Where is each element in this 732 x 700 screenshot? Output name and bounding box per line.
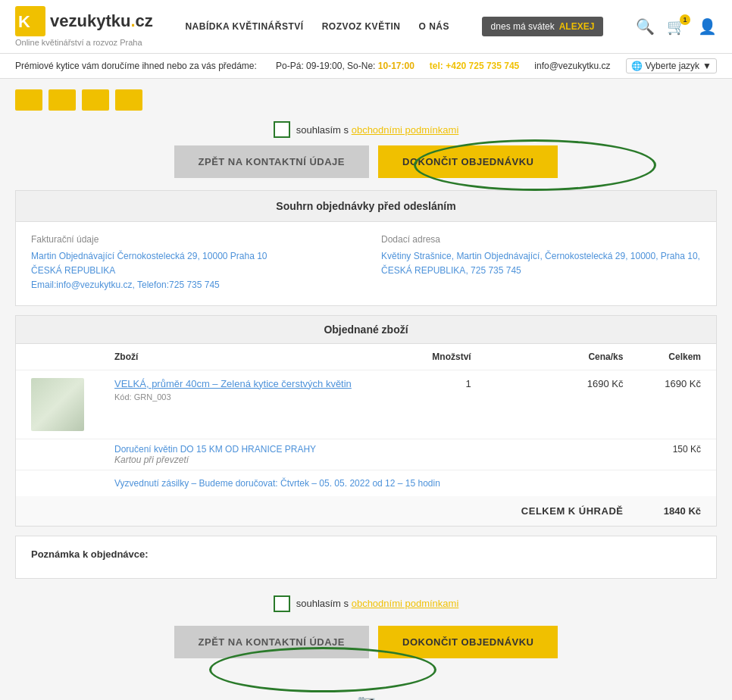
table-header-row: Zboží Množství Cena/ks Celkem (16, 344, 716, 370)
footer-instagram: 📷 (15, 686, 717, 700)
bottom-terms-checkbox[interactable] (274, 595, 290, 612)
summary-section: Souhrn objednávky před odesláním Faktura… (15, 190, 717, 306)
top-terms-label: souhlasím s obchodními podmínkami (296, 124, 459, 136)
product-price-ks-cell: 1690 Kč (486, 370, 639, 439)
billing-col: Fakturační údaje Martin Objednávající Če… (31, 234, 351, 293)
notes-section: Poznámka k objednávce: (15, 536, 717, 579)
total-label-cell: CELKEM K ÚHRADĚ (486, 496, 639, 526)
top-checkbox-row: souhlasím s obchodními podmínkami (15, 121, 717, 138)
delivery-date-text: Vyzvednutí zásilky – Budeme doručovat: Č… (114, 478, 701, 489)
product-image-cell (16, 370, 99, 439)
product-quantity-cell: 1 (407, 370, 486, 439)
col-mnozstvi-header: Množství (407, 344, 486, 370)
total-empty-2 (99, 496, 407, 526)
svaetek-name: ALEXEJ (559, 21, 595, 32)
cart-icon[interactable]: 🛒 1 (667, 17, 686, 36)
top-terms-checkbox[interactable] (274, 121, 290, 138)
product-link[interactable]: VELKÁ, průměr 40cm – Zelená kytice čerst… (114, 378, 352, 389)
address-row: Fakturační údaje Martin Objednávající Če… (31, 234, 701, 293)
logo-icon: K (15, 6, 45, 36)
strip-btn-2[interactable] (48, 89, 76, 111)
infobar-hours: Po-Pá: 09-19:00, So-Ne: 10-17:00 (276, 61, 414, 71)
delivery-name: Doručení květin DO 15 KM OD HRANICE PRAH… (114, 444, 392, 455)
table-row: VELKÁ, průměr 40cm – Zelená kytice čerst… (16, 370, 716, 439)
col-zbozi-header: Zboží (99, 344, 407, 370)
items-table: Zboží Množství Cena/ks Celkem VELKÁ, prů… (16, 344, 716, 526)
product-info-cell: VELKÁ, průměr 40cm – Zelená kytice čerst… (99, 370, 407, 439)
lang-selector[interactable]: 🌐 Vyberte jazyk ▼ (626, 58, 717, 73)
summary-title: Souhrn objednávky před odesláním (16, 191, 716, 222)
info-bar: Prémiové kytice vám doručíme ihned nebo … (0, 54, 732, 79)
bottom-terms-label: souhlasím s obchodními podmínkami (296, 598, 459, 609)
total-empty-1 (16, 496, 99, 526)
logo-main: K vezukytku.cz (15, 6, 153, 36)
notes-label: Poznámka k objednávce: (31, 548, 701, 560)
delivery-date-cell: Vyzvednutí zásilky – Budeme doručovat: Č… (99, 470, 716, 496)
infobar-tel: tel: +420 725 735 745 (430, 61, 519, 71)
infobar-promo: Prémiové kytice vám doručíme ihned nebo … (15, 61, 257, 71)
delivery-col: Dodací adresa Květiny Strašnice, Martin … (381, 234, 701, 293)
summary-body: Fakturační údaje Martin Objednávající Če… (16, 222, 716, 305)
delivery-text: Květiny Strašnice, Martin Objednávající,… (381, 249, 701, 278)
search-icon[interactable]: 🔍 (636, 17, 655, 36)
items-title: Objednané zboží (16, 316, 716, 344)
strip-btn-3[interactable] (82, 89, 109, 111)
delivery-row: Doručení květin DO 15 KM OD HRANICE PRAH… (16, 439, 716, 470)
delivery-empty-cell (16, 439, 99, 470)
bottom-action: souhlasím s obchodními podmínkami ZPĚT N… (15, 588, 717, 670)
header-icons: 🔍 🛒 1 👤 (636, 17, 717, 36)
col-cena-header: Cena/ks (486, 344, 639, 370)
billing-contact: Email:info@vezukytku.cz, Telefon:725 735… (31, 278, 351, 292)
delivery-qty-cell (407, 439, 486, 470)
infobar-email: info@vezukytku.cz (534, 61, 610, 71)
chevron-down-icon: ▼ (702, 61, 712, 71)
top-action-buttons: ZPĚT NA KONTAKTNÍ ÚDAJE DOKONČIT OBJEDNÁ… (15, 145, 717, 178)
billing-name: Martin Objednávající Černokostelecká 29,… (31, 249, 351, 264)
col-celkem-header: Celkem (638, 344, 716, 370)
items-section: Objednané zboží Zboží Množství Cena/ks C… (15, 315, 717, 527)
delivery-info-cell: Doručení květin DO 15 KM OD HRANICE PRAH… (99, 439, 407, 470)
total-empty-3 (407, 496, 486, 526)
svaetek-label: dnes má svátek (491, 21, 555, 32)
delivery-payment: Kartou při převzetí (114, 455, 392, 465)
finish-button-bottom[interactable]: DOKONČIT OBJEDNÁVKU (378, 626, 558, 658)
cart-badge: 1 (680, 14, 690, 25)
total-row: CELKEM K ÚHRADĚ 1840 Kč (16, 496, 716, 526)
bottom-checkbox-row: souhlasím s obchodními podmínkami (274, 595, 459, 612)
finish-button-top[interactable]: DOKONČIT OBJEDNÁVKU (378, 145, 558, 178)
account-icon[interactable]: 👤 (698, 17, 717, 36)
col-image-header (16, 344, 99, 370)
delivery-date-row: Vyzvednutí zásilky – Budeme doručovat: Č… (16, 470, 716, 496)
logo-subtitle: Online květinářství a rozvoz Praha (15, 38, 153, 47)
infobar-right: Po-Pá: 09-19:00, So-Ne: 10-17:00 tel: +4… (276, 58, 717, 73)
billing-title: Fakturační údaje (31, 234, 351, 245)
delivery-title: Dodací adresa (381, 234, 701, 245)
logo-text: vezukytku.cz (50, 11, 153, 31)
top-terms-link[interactable]: obchodními podmínkami (352, 124, 459, 136)
product-name: VELKÁ, průměr 40cm – Zelená kytice čerst… (114, 378, 392, 389)
main-content: souhlasím s obchodními podmínkami ZPĚT N… (0, 79, 732, 700)
delivery-date-empty-cell (16, 470, 99, 496)
strip-btn-4[interactable] (115, 89, 142, 111)
top-strip (15, 86, 717, 114)
nav-nabidka[interactable]: NABÍDKA KVĚTINÁŘSTVÍ (185, 21, 303, 32)
instagram-icon[interactable]: 📷 (357, 694, 376, 700)
product-code: Kód: GRN_003 (114, 392, 392, 402)
product-price-total-cell: 1690 Kč (638, 370, 716, 439)
svg-text:K: K (18, 12, 30, 31)
nav-rozvoz[interactable]: ROZVOZ KVĚTIN (322, 21, 401, 32)
header: K vezukytku.cz Online květinářství a roz… (0, 0, 732, 54)
nav-o-nas[interactable]: O NÁS (418, 21, 449, 32)
svaetek-badge: dnes má svátek ALEXEJ (482, 17, 604, 36)
strip-btn-1[interactable] (15, 89, 42, 111)
back-button-bottom[interactable]: ZPĚT NA KONTAKTNÍ ÚDAJE (174, 626, 370, 658)
total-price-cell: 1840 Kč (638, 496, 716, 526)
billing-country: ČESKÁ REPUBLIKA (31, 264, 351, 278)
delivery-price-empty-cell (486, 439, 639, 470)
globe-icon: 🌐 (631, 61, 643, 71)
back-button-top[interactable]: ZPĚT NA KONTAKTNÍ ÚDAJE (174, 145, 370, 178)
nav-links: NABÍDKA KVĚTINÁŘSTVÍ ROZVOZ KVĚTIN O NÁS (185, 21, 449, 32)
bottom-buttons-row: ZPĚT NA KONTAKTNÍ ÚDAJE DOKONČIT OBJEDNÁ… (174, 626, 558, 658)
bottom-terms-link[interactable]: obchodními podmínkami (352, 598, 459, 609)
logo-area: K vezukytku.cz Online květinářství a roz… (15, 6, 153, 47)
